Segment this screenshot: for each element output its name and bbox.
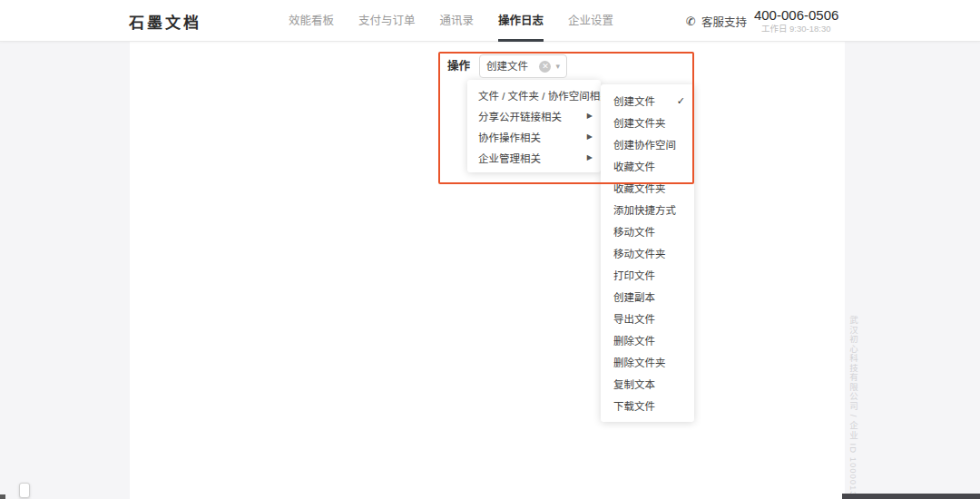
menu-operation-0[interactable]: 创建文件✓ <box>601 90 694 112</box>
menu-operation-2[interactable]: 创建协作空间 <box>601 133 694 155</box>
menu-operation-label: 导出文件 <box>613 311 655 326</box>
menu-operation-13[interactable]: 复制文本 <box>601 373 694 395</box>
submenu-arrow-icon: ▶ <box>587 153 593 161</box>
menu-operation-3[interactable]: 收藏文件 <box>601 155 694 177</box>
menu-operation-12[interactable]: 删除文件夹 <box>601 351 694 373</box>
menu-operation-5[interactable]: 添加快捷方式 <box>601 199 694 220</box>
menu-category-label: 企业管理相关 <box>478 151 541 165</box>
menu-operation-label: 打印文件 <box>613 268 655 282</box>
menu-operation-label: 移动文件夹 <box>613 246 666 260</box>
submenu-arrow-icon: ▶ <box>587 112 593 120</box>
menu-category-2[interactable]: 协作操作相关▶ <box>467 126 601 147</box>
menu-operation-10[interactable]: 导出文件 <box>601 308 694 329</box>
menu-category-label: 协作操作相关 <box>478 130 541 144</box>
menu-category-label: 文件 / 文件夹 / 协作空间相关 <box>478 88 611 103</box>
menu-operation-label: 删除文件 <box>613 333 655 347</box>
operation-category-menu: 文件 / 文件夹 / 协作空间相关▶分享公开链接相关▶协作操作相关▶企业管理相关… <box>467 80 601 172</box>
menu-operation-label: 复制文本 <box>613 377 655 391</box>
menu-operation-label: 创建副本 <box>613 289 655 304</box>
nav-item-1[interactable]: 支付与订单 <box>358 0 416 42</box>
main-nav: 效能看板支付与订单通讯录操作日志企业设置 <box>289 0 638 42</box>
menu-category-0[interactable]: 文件 / 文件夹 / 协作空间相关▶ <box>467 84 601 105</box>
phone-icon: ✆ <box>686 15 696 28</box>
menu-operation-label: 创建文件 <box>613 93 655 108</box>
nav-item-3[interactable]: 操作日志 <box>498 0 544 42</box>
menu-operation-label: 下载文件 <box>613 398 655 413</box>
menu-operation-4[interactable]: 收藏文件夹 <box>601 177 694 199</box>
bottom-window-edge <box>842 494 980 499</box>
operation-select[interactable]: 创建文件 ✕ ▾ <box>479 54 567 78</box>
menu-operation-7[interactable]: 移动文件夹 <box>601 242 694 264</box>
menu-operation-label: 收藏文件夹 <box>613 181 666 195</box>
menu-operation-label: 移动文件 <box>613 224 655 239</box>
corner-artifact <box>0 494 5 499</box>
menu-operation-8[interactable]: 打印文件 <box>601 264 694 286</box>
operation-submenu: 创建文件✓创建文件夹创建协作空间收藏文件收藏文件夹添加快捷方式移动文件移动文件夹… <box>601 84 694 422</box>
support-contact: 400-006-0506 工作日 9:30-18:30 <box>754 8 838 34</box>
nav-item-2[interactable]: 通讯录 <box>440 0 475 42</box>
menu-category-label: 分享公开链接相关 <box>478 109 562 123</box>
active-tab-underline <box>498 39 544 42</box>
support-area: ✆ 客服支持 400-006-0506 工作日 9:30-18:30 <box>686 0 838 42</box>
clear-selection-icon[interactable]: ✕ <box>539 61 551 73</box>
operation-log-page: 石墨文档 效能看板支付与订单通讯录操作日志企业设置 ✆ 客服支持 400-006… <box>0 0 980 499</box>
nav-item-4[interactable]: 企业设置 <box>568 0 613 42</box>
menu-operation-9[interactable]: 创建副本 <box>601 286 694 308</box>
app-logo: 石墨文档 <box>129 10 201 33</box>
menu-operation-label: 收藏文件 <box>613 159 655 173</box>
company-watermark: 武汉初心科技有限公司 / 企业 ID 1000013 <box>847 316 859 484</box>
operation-filter-label: 操作 <box>447 54 470 78</box>
chevron-down-icon[interactable]: ▾ <box>555 55 560 77</box>
app-header: 石墨文档 效能看板支付与订单通讯录操作日志企业设置 ✆ 客服支持 400-006… <box>0 0 980 42</box>
menu-operation-label: 创建协作空间 <box>613 137 676 152</box>
menu-category-3[interactable]: 企业管理相关▶ <box>467 147 601 168</box>
menu-operation-label: 创建文件夹 <box>613 115 666 130</box>
nav-item-0[interactable]: 效能看板 <box>289 0 334 42</box>
menu-operation-label: 添加快捷方式 <box>613 202 676 217</box>
menu-operation-1[interactable]: 创建文件夹 <box>601 112 694 133</box>
operation-select-value: 创建文件 <box>486 55 528 77</box>
checkmark-icon: ✓ <box>677 95 685 107</box>
support-phone-number: 400-006-0506 <box>754 8 838 24</box>
support-hours: 工作日 9:30-18:30 <box>754 24 838 34</box>
helper-widget-handle[interactable] <box>19 483 30 498</box>
menu-category-1[interactable]: 分享公开链接相关▶ <box>467 105 601 126</box>
menu-operation-11[interactable]: 删除文件 <box>601 329 694 351</box>
menu-operation-6[interactable]: 移动文件 <box>601 220 694 242</box>
menu-operation-label: 删除文件夹 <box>613 355 666 369</box>
menu-operation-14[interactable]: 下载文件 <box>601 395 694 416</box>
submenu-arrow-icon: ▶ <box>587 132 593 141</box>
support-label: 客服支持 <box>701 13 747 30</box>
